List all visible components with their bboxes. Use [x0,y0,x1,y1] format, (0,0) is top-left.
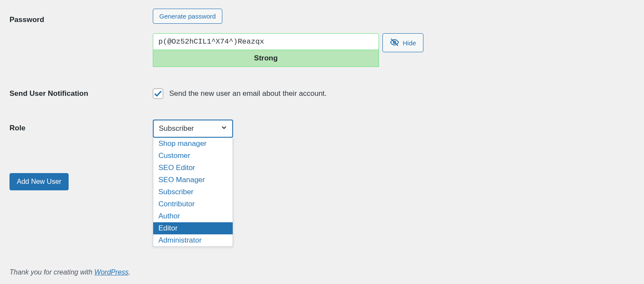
hide-password-button[interactable]: Hide [382,33,423,52]
notification-label: Send User Notification [9,89,153,98]
role-option[interactable]: Author [153,210,233,222]
chevron-down-icon [220,124,228,134]
password-row: Password Generate password Strong [9,9,635,67]
footer-suffix: . [129,268,130,276]
role-option[interactable]: Editor [153,222,233,234]
role-row: Role Subscriber Shop managerCustomerSEO … [9,120,635,138]
role-selected-value: Subscriber [159,124,194,133]
password-strength-indicator: Strong [153,50,379,67]
role-option[interactable]: SEO Manager [153,174,233,186]
notification-description: Send the new user an email about their a… [169,89,327,98]
password-label: Password [9,9,153,24]
role-option[interactable]: Subscriber [153,186,233,198]
generate-password-button[interactable]: Generate password [153,9,222,24]
role-option[interactable]: Contributor [153,198,233,210]
role-label: Role [9,120,153,133]
notification-checkbox[interactable] [153,88,163,99]
role-option[interactable]: Administrator [153,234,233,246]
hide-button-label: Hide [403,39,416,47]
role-option[interactable]: SEO Editor [153,162,233,174]
add-new-user-button[interactable]: Add New User [9,173,69,190]
role-select[interactable]: Subscriber [153,120,233,138]
eye-slash-icon [390,38,399,48]
footer-prefix: Thank you for creating with [9,268,95,276]
role-option[interactable]: Customer [153,150,233,162]
password-input[interactable] [153,33,379,50]
notification-row: Send User Notification Send the new user… [9,88,635,99]
wordpress-link[interactable]: WordPress [95,268,129,276]
role-dropdown: Shop managerCustomerSEO EditorSEO Manage… [153,138,233,247]
role-option[interactable]: Shop manager [153,138,233,150]
footer-credit: Thank you for creating with WordPress. [9,268,130,276]
